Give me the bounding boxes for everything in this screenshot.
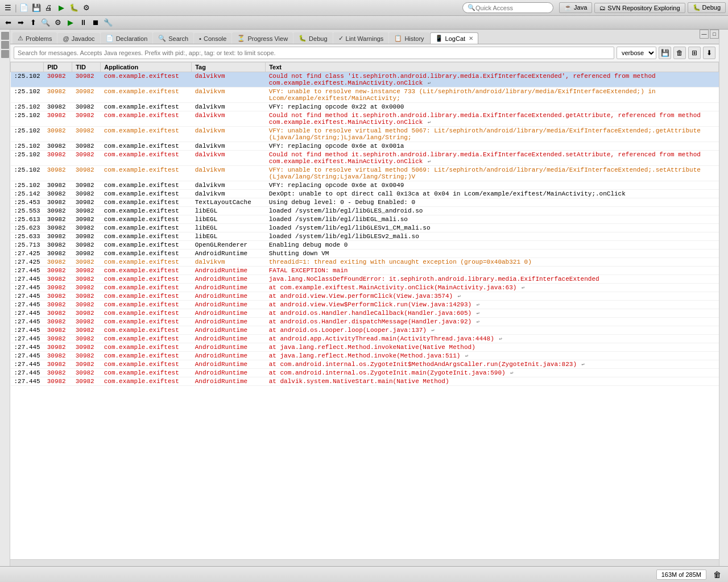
svn-tab[interactable]: 🗂 SVN Repository Exploring bbox=[594, 3, 685, 13]
col-header-tag[interactable]: Tag bbox=[192, 63, 266, 72]
table-row[interactable]: :25.4533098230982com.example.exiftestTex… bbox=[11, 198, 719, 207]
table-row[interactable]: :27.4453098230982com.example.exiftestAnd… bbox=[11, 369, 719, 377]
gc-button[interactable]: 🗑 bbox=[711, 568, 723, 581]
table-row[interactable]: :25.1023098230982com.example.exiftestdal… bbox=[11, 151, 719, 166]
window-controls: — □ bbox=[700, 30, 719, 39]
clear-log-button[interactable]: 🗑 bbox=[673, 47, 686, 59]
toolbar2-icon4[interactable]: 🔍 bbox=[40, 17, 51, 28]
table-row[interactable]: :27.4453098230982com.example.exiftestAnd… bbox=[11, 343, 719, 352]
log-table[interactable]: PID TID Application Tag Text :25.1023098… bbox=[10, 62, 719, 559]
col-header-app[interactable]: Application bbox=[101, 63, 192, 72]
main-content: — □ ⚠ Problems @ Javadoc 📄 Declaration 🔍… bbox=[10, 30, 719, 566]
toolbar2-icon5[interactable]: ⚙ bbox=[52, 17, 64, 28]
declaration-icon: 📄 bbox=[106, 35, 114, 42]
toolbar2-icon2[interactable]: ➡ bbox=[15, 17, 26, 28]
col-header-pid[interactable]: PID bbox=[44, 63, 72, 72]
table-row[interactable]: :25.1023098230982com.example.exiftestdal… bbox=[11, 103, 719, 111]
javadoc-icon: @ bbox=[63, 35, 69, 42]
table-row[interactable]: :25.1023098230982com.example.exiftestdal… bbox=[11, 88, 719, 103]
table-row[interactable]: :25.1023098230982com.example.exiftestdal… bbox=[11, 181, 719, 190]
table-row[interactable]: :27.4453098230982com.example.exiftestAnd… bbox=[11, 335, 719, 343]
table-row[interactable]: :27.4453098230982com.example.exiftestAnd… bbox=[11, 275, 719, 284]
maximize-button[interactable]: □ bbox=[710, 30, 719, 39]
table-row[interactable]: :27.4453098230982com.example.exiftestAnd… bbox=[11, 377, 719, 386]
save-log-button[interactable]: 💾 bbox=[659, 47, 671, 59]
save-icon[interactable]: 💾 bbox=[31, 2, 42, 14]
table-row[interactable]: :25.6333098230982com.example.exiftestlib… bbox=[11, 232, 719, 241]
settings-icon[interactable]: ⚙ bbox=[81, 2, 92, 14]
table-row[interactable]: :27.4453098230982com.example.exiftestAnd… bbox=[11, 301, 719, 309]
log-data-table: PID TID Application Tag Text :25.1023098… bbox=[10, 62, 719, 386]
table-row[interactable]: :27.4453098230982com.example.exiftestAnd… bbox=[11, 326, 719, 335]
gutter-icon-1[interactable] bbox=[1, 32, 9, 40]
run-icon[interactable]: ▶ bbox=[56, 2, 67, 14]
debug-icon[interactable]: 🐛 bbox=[68, 2, 80, 14]
col-header-time bbox=[11, 63, 44, 72]
toolbar-icons-left: ☰ | 📄 💾 🖨 ▶ 🐛 ⚙ bbox=[2, 2, 92, 14]
tab-history[interactable]: 📋 History bbox=[389, 32, 429, 44]
tab-lint[interactable]: ✓ Lint Warnings bbox=[333, 32, 389, 44]
gutter-icon-2[interactable] bbox=[1, 41, 9, 49]
table-row[interactable]: :25.6233098230982com.example.exiftestlib… bbox=[11, 224, 719, 232]
tab-close-button[interactable]: ✕ bbox=[469, 35, 473, 41]
toolbar2-icon6[interactable]: ▶ bbox=[65, 17, 76, 28]
top-right-tabs: ☕ Java 🗂 SVN Repository Exploring 🐛 Debu… bbox=[559, 2, 726, 13]
right-gutter bbox=[719, 30, 728, 566]
table-row[interactable]: :27.4453098230982com.example.exiftestAnd… bbox=[11, 267, 719, 275]
tab-bar: ⚠ Problems @ Javadoc 📄 Declaration 🔍 Sea… bbox=[10, 30, 719, 44]
col-header-text[interactable]: Text bbox=[266, 63, 719, 72]
tab-debug[interactable]: 🐛 Debug bbox=[293, 32, 332, 44]
toolbar2-icon3[interactable]: ⬆ bbox=[27, 17, 39, 28]
table-row[interactable]: :25.1023098230982com.example.exiftestdal… bbox=[11, 127, 719, 142]
java-tab[interactable]: ☕ Java bbox=[559, 2, 592, 13]
table-row[interactable]: :25.1023098230982com.example.exiftestdal… bbox=[11, 142, 719, 151]
table-row[interactable]: :25.1023098230982com.example.exiftestdal… bbox=[11, 111, 719, 127]
tab-search[interactable]: 🔍 Search bbox=[153, 32, 193, 44]
table-row[interactable]: :25.1423098230982com.example.exiftestdal… bbox=[11, 190, 719, 198]
lint-icon: ✓ bbox=[338, 35, 344, 42]
debug-tab[interactable]: 🐛 Debug bbox=[688, 2, 726, 13]
table-row[interactable]: :27.4453098230982com.example.exiftestAnd… bbox=[11, 292, 719, 301]
left-gutter bbox=[0, 30, 10, 566]
toggle-view-button[interactable]: ⊞ bbox=[688, 47, 701, 59]
toolbar2-icon8[interactable]: ⏹ bbox=[90, 17, 101, 28]
logcat-search-input[interactable] bbox=[14, 47, 614, 59]
debug-tab-icon: 🐛 bbox=[299, 35, 307, 42]
quick-access-input[interactable] bbox=[475, 5, 549, 11]
toolbar2-icon1[interactable]: ⬅ bbox=[2, 17, 14, 28]
gutter-icon-3[interactable] bbox=[1, 50, 9, 58]
table-row[interactable]: :27.4253098230982com.example.exiftestdal… bbox=[11, 258, 719, 267]
table-row[interactable]: :25.1023098230982com.example.exiftestdal… bbox=[11, 166, 719, 181]
tab-logcat[interactable]: 📱 LogCat ✕ bbox=[430, 32, 478, 44]
search-tab-icon: 🔍 bbox=[158, 35, 166, 42]
verbose-select[interactable]: verbose bbox=[617, 47, 656, 59]
table-row[interactable]: :27.4453098230982com.example.exiftestAnd… bbox=[11, 318, 719, 326]
tab-javadoc[interactable]: @ Javadoc bbox=[57, 33, 100, 44]
horizontal-scrollbar[interactable] bbox=[10, 559, 719, 566]
tab-declaration[interactable]: 📄 Declaration bbox=[101, 32, 153, 44]
quick-access-search[interactable]: 🔍 bbox=[462, 2, 553, 13]
table-row[interactable]: :27.4453098230982com.example.exiftestAnd… bbox=[11, 284, 719, 292]
toolbar-second: ⬅ ➡ ⬆ 🔍 ⚙ ▶ ⏸ ⏹ 🔧 bbox=[0, 16, 728, 30]
toolbar2-icon9[interactable]: 🔧 bbox=[102, 17, 114, 28]
table-row[interactable]: :27.4253098230982com.example.exiftestAnd… bbox=[11, 250, 719, 258]
print-icon[interactable]: 🖨 bbox=[43, 2, 55, 14]
menu-icon[interactable]: ☰ bbox=[2, 2, 14, 14]
table-row[interactable]: :25.5533098230982com.example.exiftestlib… bbox=[11, 207, 719, 215]
table-row[interactable]: :27.4453098230982com.example.exiftestAnd… bbox=[11, 352, 719, 360]
tab-problems[interactable]: ⚠ Problems bbox=[13, 32, 57, 44]
table-row[interactable]: :25.7133098230982com.example.exiftestOpe… bbox=[11, 241, 719, 250]
col-header-tid[interactable]: TID bbox=[72, 63, 101, 72]
table-row[interactable]: :25.1023098230982com.example.exiftestdal… bbox=[11, 72, 719, 88]
scroll-bottom-button[interactable]: ⬇ bbox=[703, 47, 715, 59]
minimize-button[interactable]: — bbox=[700, 30, 709, 39]
problems-icon: ⚠ bbox=[18, 35, 23, 42]
table-row[interactable]: :27.4453098230982com.example.exiftestAnd… bbox=[11, 360, 719, 369]
new-icon[interactable]: 📄 bbox=[18, 2, 30, 14]
tab-progress[interactable]: ⏳ Progress View bbox=[232, 32, 293, 44]
table-row[interactable]: :27.4453098230982com.example.exiftestAnd… bbox=[11, 309, 719, 318]
toolbar2-icon7[interactable]: ⏸ bbox=[77, 17, 89, 28]
console-icon: ▪ bbox=[199, 35, 201, 42]
table-row[interactable]: :25.6133098230982com.example.exiftestlib… bbox=[11, 215, 719, 224]
tab-console[interactable]: ▪ Console bbox=[194, 33, 231, 44]
